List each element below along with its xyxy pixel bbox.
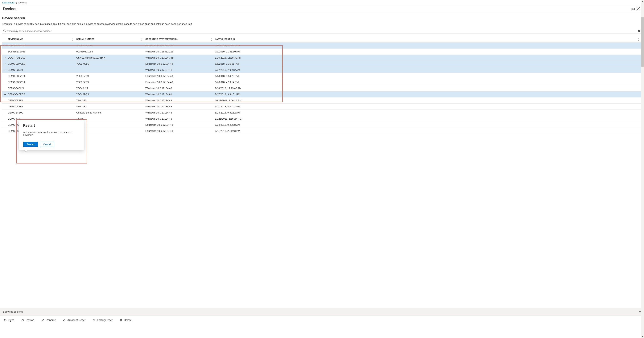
sync-label: Sync [8, 318, 14, 322]
scrollbar[interactable]: ▲ ▼ [641, 0, 644, 324]
chevron-right-icon: ❯ [16, 1, 17, 4]
table-row[interactable]: DEMO-173173657Windows 10.0.17134.4811/21… [2, 116, 642, 122]
cell-device-name: DEMO-040L24 [8, 87, 76, 90]
table-row[interactable]: DEMO-040L24YD040L24Windows 10.0.17134.48… [2, 85, 642, 91]
table-row[interactable]: DEMO-14S00Chassis Serial NumberWindows 1… [2, 110, 642, 116]
dialog-cancel-button[interactable]: Cancel [40, 142, 54, 147]
column-header-name[interactable]: DEVICE NAME▲▼ [8, 38, 76, 40]
cell-serial: CPG [76, 130, 145, 132]
cell-serial: 7S0L2F2 [76, 99, 145, 102]
search-box[interactable]: ✕ [2, 28, 642, 34]
cell-checkin: 11/21/2018, 1:16:27 PM [215, 117, 642, 120]
cell-serial: CNA [76, 124, 145, 126]
cell-serial: 000550471058 [76, 50, 145, 53]
section-description: Search for a device to quickly see infor… [2, 22, 642, 25]
search-input[interactable] [7, 30, 637, 32]
cell-serial: CSN12345678901234567 [76, 56, 145, 59]
clear-search-icon[interactable]: ✕ [637, 30, 641, 32]
autopilot-label: Autopilot Reset [67, 318, 86, 322]
table-row[interactable]: DEMO-0L2F28S0L2F2Windows 10.0.17134.486/… [2, 104, 642, 110]
restart-button[interactable]: Restart [20, 318, 36, 322]
autopilot-reset-button[interactable]: Autopilot Reset [62, 318, 86, 322]
delete-button[interactable]: Delete [118, 318, 133, 322]
table-row[interactable]: DEMO-046ZGSYD046ZGSWindows 10.0.17134.81… [2, 91, 642, 98]
page-title: Devices [3, 7, 630, 11]
pin-icon[interactable] [630, 6, 636, 12]
breadcrumb-root-link[interactable]: Dashboard [2, 1, 14, 4]
power-icon [21, 318, 24, 322]
cell-os: Education 10.0.17134.48 [145, 62, 215, 65]
sort-icon: ▲▼ [210, 38, 212, 42]
cell-serial: Chassis Serial Number [76, 111, 145, 114]
cell-os: Windows 10.0.17134.48 [145, 87, 215, 90]
cell-checkin: 1/26/2019, 3:55:54 AM [215, 44, 642, 47]
breadcrumb: Dashboard ❯ Devices [0, 0, 644, 5]
dialog-title: Restart [23, 124, 80, 128]
row-checkbox[interactable] [3, 93, 8, 96]
cell-checkin: 6/7/2018, 4:19:14 PM [215, 81, 642, 84]
factory-reset-button[interactable]: Factory reset [91, 318, 114, 322]
factory-label: Factory reset [97, 318, 112, 322]
selection-bar: 5 devices selected [0, 308, 644, 315]
table-row[interactable]: DEMO-02KQLQYD02KQLQEducation 10.0.17134.… [2, 61, 642, 67]
table-header: DEVICE NAME▲▼ SERIAL NUMBER▲▼ OPERATING … [2, 36, 642, 42]
section-title: Device search [2, 16, 642, 20]
rename-label: Rename [46, 318, 56, 322]
column-header-checkin[interactable]: LAST CHECKED IN▲▼ [215, 38, 642, 40]
column-header-os[interactable]: OPERATING SYSTEM VERSION▲▼ [145, 38, 215, 40]
cell-checkin: 6/6/2018, 5:54:29 PM [215, 74, 642, 78]
close-icon[interactable] [636, 6, 641, 12]
table-row[interactable]: DEMO-0L2F27S0L2F2Windows 10.0.17134.4810… [2, 98, 642, 104]
cell-device-name: DEMO-02KQLQ [8, 62, 76, 65]
row-checkbox[interactable] [3, 56, 8, 59]
cell-checkin: 10/23/2018, 8:06:14 PM [215, 99, 642, 102]
column-header-serial[interactable]: SERIAL NUMBER▲▼ [76, 38, 145, 40]
cell-checkin: 7/17/2018, 3:34:51 PM [215, 93, 642, 96]
cell-checkin: 6/24/2018, 9:32:52 AM [215, 111, 642, 114]
scrollbar-thumb[interactable] [641, 17, 644, 67]
cell-serial: YD040L24 [76, 87, 145, 90]
cell-checkin: 6/11/2018, 2:11:43 PM [215, 130, 642, 132]
table-row[interactable]: DEMO-03059Windows 10.0.17134.486/27/2018… [2, 67, 642, 73]
sort-icon: ▲▼ [141, 38, 143, 42]
cell-serial: YD03FZD9 [76, 81, 145, 84]
row-checkbox[interactable] [3, 44, 8, 47]
cell-os: Windows 10.0.17134.48 [145, 105, 215, 108]
cell-os: Education 10.0.17134.48 [145, 81, 215, 84]
cell-checkin: 6/24/2018, 9:28:58 AM [215, 124, 642, 126]
svg-point-0 [4, 30, 5, 31]
cell-device-name: BOOTH-ASUS2 [8, 56, 76, 59]
table-row[interactable]: DEMO-1Q0CPGEducation 10.0.17134.486/11/2… [2, 128, 642, 134]
table-row[interactable]: 5882A88D6F2A003903674457Windows 10.0.171… [2, 42, 642, 49]
cell-os: Windows 10.0.17134.48 [145, 68, 215, 71]
table-row[interactable]: BOOTH-ASUS2CSN12345678901234567Windows 1… [2, 55, 642, 61]
restart-dialog: Restart Are you sure you want to restart… [19, 120, 84, 150]
cell-checkin: 6/6/2018, 2:16:51 PM [215, 62, 642, 65]
cell-serial: 003903674457 [76, 44, 145, 47]
cell-os: Education 10.0.17134.48 [145, 124, 215, 126]
cell-device-name: DEMO-0L2F2 [8, 105, 76, 108]
cell-os: Education 10.0.17134.48 [145, 74, 215, 78]
cell-serial: 173657 [76, 117, 145, 120]
row-checkbox[interactable] [3, 62, 8, 65]
sync-button[interactable]: Sync [3, 318, 16, 322]
cell-serial: 8S0L2F2 [76, 105, 145, 108]
dialog-confirm-button[interactable]: Restart [23, 142, 38, 147]
table-row[interactable]: DEMO-1Q0CNAEducation 10.0.17134.486/24/2… [2, 122, 642, 128]
scroll-up-icon[interactable]: ▲ [641, 0, 644, 3]
cell-checkin: 7/18/2018, 11:23:43 AM [215, 87, 642, 90]
cell-device-name: 5882A88D6F2A [8, 44, 76, 47]
page-header: Devices [0, 5, 644, 13]
cell-checkin: 11/5/2018, 11:08:39 AM [215, 56, 642, 59]
rename-button[interactable]: Rename [40, 318, 57, 322]
table-body: 5882A88D6F2A003903674457Windows 10.0.171… [2, 42, 642, 134]
table-row[interactable]: DEMO-03FZD9YD03FZD9Education 10.0.17134.… [2, 79, 642, 85]
cell-os: Education 10.0.17134.48 [145, 130, 215, 132]
table-row[interactable]: DEMO-03FZD9YD03FZD9Education 10.0.17134.… [2, 73, 642, 79]
search-icon [3, 29, 6, 32]
cell-checkin: 6/27/2018, 8:29:23 AM [215, 105, 642, 108]
row-checkbox[interactable] [3, 69, 8, 71]
sort-icon: ▲▼ [72, 38, 74, 42]
delete-label: Delete [124, 318, 132, 322]
table-row[interactable]: BC83852C2065000550471058Windows 10.0.183… [2, 49, 642, 55]
